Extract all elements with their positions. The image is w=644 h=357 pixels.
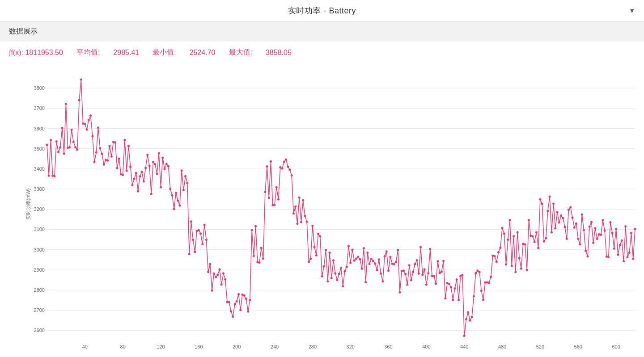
svg-point-90 (137, 190, 139, 193)
svg-point-70 (99, 147, 101, 150)
svg-point-262 (463, 335, 466, 337)
svg-point-101 (158, 152, 160, 155)
svg-point-339 (609, 221, 611, 223)
svg-point-109 (173, 208, 175, 210)
svg-point-102 (160, 186, 162, 189)
svg-point-226 (395, 261, 397, 263)
svg-point-112 (178, 205, 181, 207)
svg-point-144 (239, 309, 242, 311)
svg-point-239 (419, 246, 422, 248)
svg-point-307 (549, 196, 551, 198)
svg-point-247 (435, 282, 437, 285)
svg-point-134 (220, 283, 223, 286)
svg-point-213 (370, 258, 373, 260)
svg-point-335 (602, 219, 604, 221)
svg-text:560: 560 (574, 344, 582, 349)
svg-point-46 (53, 175, 55, 177)
svg-point-192 (330, 277, 333, 279)
min-label: 最小值: (153, 48, 176, 57)
svg-point-108 (171, 194, 173, 197)
svg-point-197 (340, 267, 342, 269)
svg-point-272 (482, 299, 484, 301)
svg-point-290 (517, 231, 519, 233)
svg-text:160: 160 (195, 344, 203, 349)
svg-point-240 (421, 273, 424, 276)
svg-text:3400: 3400 (34, 166, 45, 172)
svg-point-72 (103, 164, 105, 166)
svg-point-48 (57, 151, 59, 153)
svg-point-155 (260, 247, 263, 249)
svg-point-227 (397, 249, 399, 251)
svg-point-217 (378, 258, 380, 260)
svg-point-142 (236, 300, 238, 302)
svg-point-302 (539, 198, 541, 201)
svg-text:3800: 3800 (34, 85, 45, 91)
svg-point-273 (484, 281, 486, 284)
svg-point-151 (253, 255, 255, 257)
svg-text:280: 280 (309, 344, 317, 349)
svg-point-291 (518, 257, 521, 259)
svg-point-230 (402, 269, 405, 272)
svg-point-133 (219, 268, 221, 270)
svg-point-323 (579, 243, 581, 245)
svg-text:320: 320 (347, 344, 355, 349)
svg-point-319 (572, 216, 574, 218)
svg-point-278 (494, 255, 496, 257)
svg-point-326 (585, 250, 587, 252)
svg-point-130 (213, 273, 215, 275)
svg-point-270 (479, 271, 481, 273)
svg-point-61 (82, 122, 84, 125)
svg-point-264 (467, 311, 469, 313)
svg-point-249 (439, 272, 441, 274)
svg-point-83 (123, 139, 126, 141)
svg-text:2800: 2800 (34, 287, 45, 293)
svg-point-338 (607, 256, 610, 258)
svg-point-281 (499, 247, 501, 249)
svg-point-284 (505, 263, 507, 265)
svg-point-202 (349, 262, 352, 264)
svg-point-66 (91, 135, 93, 137)
integral-value: ∫f(x): 1811953.50 (9, 49, 63, 57)
svg-point-156 (262, 257, 264, 260)
svg-point-85 (127, 145, 130, 147)
svg-point-303 (541, 203, 543, 205)
svg-text:200: 200 (233, 344, 241, 349)
svg-point-140 (232, 315, 234, 318)
svg-point-265 (469, 319, 471, 322)
svg-point-321 (575, 223, 577, 225)
svg-text:3600: 3600 (34, 126, 45, 131)
svg-point-58 (76, 148, 78, 151)
svg-point-313 (560, 214, 562, 217)
svg-point-205 (355, 257, 357, 260)
svg-point-235 (412, 271, 414, 273)
svg-point-233 (408, 264, 411, 266)
svg-point-292 (520, 268, 522, 270)
svg-point-236 (414, 263, 416, 265)
svg-point-52 (65, 103, 67, 105)
svg-point-260 (459, 275, 462, 277)
svg-text:3700: 3700 (34, 105, 45, 111)
svg-point-53 (67, 147, 69, 149)
svg-point-340 (611, 232, 614, 234)
svg-point-342 (615, 228, 617, 230)
dropdown-button[interactable]: ▼ (629, 7, 635, 14)
svg-point-350 (630, 232, 632, 234)
svg-point-123 (199, 232, 202, 235)
svg-point-91 (139, 175, 141, 177)
svg-text:3300: 3300 (34, 186, 45, 192)
svg-point-118 (190, 220, 192, 223)
svg-point-198 (342, 285, 344, 287)
svg-point-297 (530, 235, 532, 237)
svg-point-351 (632, 258, 634, 260)
svg-point-296 (528, 219, 530, 221)
svg-text:360: 360 (384, 344, 392, 349)
svg-point-75 (108, 145, 110, 147)
page-title: 实时功率 - Battery (288, 5, 356, 16)
svg-point-154 (258, 261, 261, 264)
svg-point-149 (249, 299, 251, 301)
svg-point-336 (604, 230, 606, 232)
svg-point-337 (606, 256, 608, 258)
svg-point-225 (393, 263, 395, 265)
svg-point-166 (281, 168, 284, 170)
svg-point-150 (251, 229, 253, 231)
